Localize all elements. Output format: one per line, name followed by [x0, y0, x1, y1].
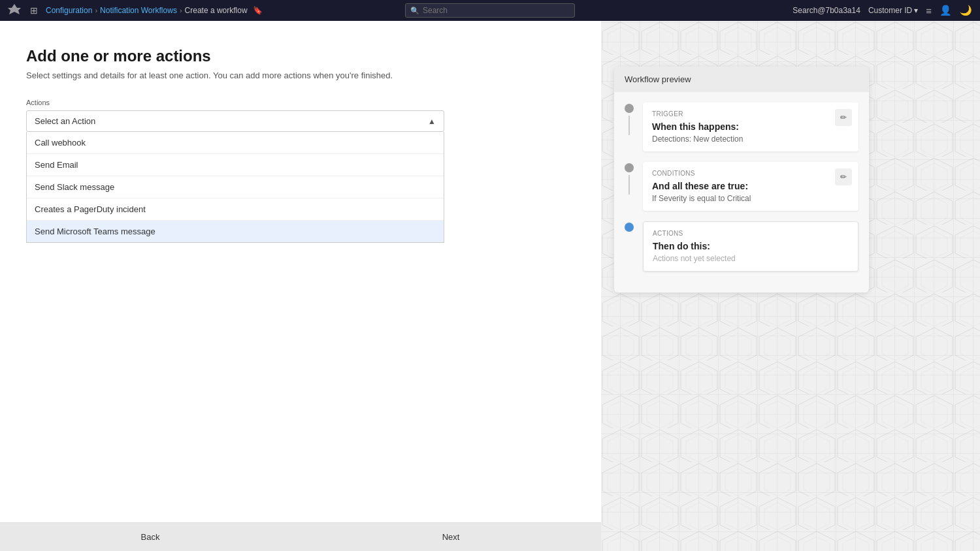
breadcrumb: Configuration › Notification Workflows ›…: [46, 6, 263, 15]
back-button[interactable]: Back: [0, 523, 301, 551]
breadcrumb-notification-workflows[interactable]: Notification Workflows: [100, 6, 177, 15]
trigger-detail: Detections: New detection: [652, 134, 849, 144]
logo-icon: [8, 3, 21, 19]
workflow-preview-body: Trigger When this happens: Detections: N…: [614, 92, 869, 292]
page-title: Add one or more actions: [26, 47, 575, 65]
conditions-title: And all these are true:: [652, 181, 849, 191]
trigger-edit-button[interactable]: ✏: [835, 109, 852, 126]
topnav-right: Search@7b0a3a14 Customer ID ▾ ≡ 👤 🌙: [792, 5, 972, 16]
conditions-dot: [625, 163, 634, 172]
user-label: Search@7b0a3a14: [792, 6, 860, 15]
conditions-edit-icon: ✏: [840, 172, 847, 181]
customer-id-label: Customer ID: [868, 6, 912, 15]
trigger-title: When this happens:: [652, 121, 849, 132]
breadcrumb-sep1: ›: [95, 7, 97, 14]
user-icon[interactable]: 👤: [939, 5, 952, 16]
actions-dot: [625, 223, 634, 232]
grid-icon[interactable]: ⊞: [30, 5, 38, 16]
bookmark-icon[interactable]: 🔖: [253, 6, 263, 15]
bottom-nav: Back Next: [0, 522, 601, 551]
actions-step: Actions Then do this: Actions not yet se…: [625, 221, 858, 272]
actions-label: Actions: [653, 230, 849, 237]
menu-icon[interactable]: ≡: [926, 5, 932, 16]
conditions-line: [629, 175, 630, 195]
dropdown-item-teams[interactable]: Send Microsoft Teams message: [27, 221, 444, 242]
actions-detail: Actions not yet selected: [653, 254, 849, 263]
trigger-dot-container: [625, 102, 634, 135]
next-button[interactable]: Next: [301, 523, 601, 551]
conditions-dot-container: [625, 162, 634, 195]
left-content: Add one or more actions Select settings …: [0, 21, 601, 551]
breadcrumb-config[interactable]: Configuration: [46, 6, 92, 15]
workflow-preview: Workflow preview Trigger When this happe…: [614, 67, 869, 292]
breadcrumb-current: Create a workflow: [185, 6, 248, 15]
breadcrumb-sep2: ›: [180, 7, 182, 14]
topnav: ⊞ Configuration › Notification Workflows…: [0, 0, 980, 21]
conditions-step: Conditions And all these are true: If Se…: [625, 162, 858, 211]
conditions-card: Conditions And all these are true: If Se…: [643, 162, 858, 211]
customer-id-chevron: ▾: [914, 6, 918, 15]
trigger-dot: [625, 104, 634, 113]
actions-dot-container: [625, 221, 634, 232]
actions-title: Then do this:: [653, 241, 849, 251]
dropdown-item-pagerduty[interactable]: Creates a PagerDuty incident: [27, 198, 444, 221]
trigger-line: [629, 116, 630, 135]
dropdown-item-email[interactable]: Send Email: [27, 154, 444, 176]
action-dropdown-list: Call webhook Send Email Send Slack messa…: [26, 132, 444, 243]
dropdown-item-slack[interactable]: Send Slack message: [27, 176, 444, 198]
main-layout: Add one or more actions Select settings …: [0, 21, 980, 551]
workflow-preview-header: Workflow preview: [614, 67, 869, 92]
theme-toggle-icon[interactable]: 🌙: [960, 5, 972, 16]
search-input[interactable]: [405, 3, 575, 18]
dropdown-chevron-icon: ▲: [428, 117, 436, 126]
trigger-edit-icon: ✏: [840, 113, 847, 122]
right-panel: Workflow preview Trigger When this happe…: [601, 21, 980, 551]
trigger-label: Trigger: [652, 110, 849, 118]
action-dropdown-placeholder: Select an Action: [35, 116, 95, 126]
page-subtitle: Select settings and details for at least…: [26, 71, 575, 80]
trigger-card: Trigger When this happens: Detections: N…: [643, 102, 858, 151]
conditions-edit-button[interactable]: ✏: [835, 168, 852, 185]
actions-field-label: Actions: [26, 99, 575, 106]
search-container: 🔍: [405, 3, 575, 18]
customer-id-selector[interactable]: Customer ID ▾: [868, 6, 918, 15]
action-dropdown: Select an Action ▲: [26, 110, 444, 132]
action-dropdown-header[interactable]: Select an Action ▲: [27, 111, 444, 131]
dropdown-item-webhook[interactable]: Call webhook: [27, 132, 444, 154]
conditions-detail: If Severity is equal to Critical: [652, 194, 849, 203]
trigger-step: Trigger When this happens: Detections: N…: [625, 102, 858, 151]
conditions-label: Conditions: [652, 170, 849, 177]
actions-card: Actions Then do this: Actions not yet se…: [643, 221, 858, 272]
